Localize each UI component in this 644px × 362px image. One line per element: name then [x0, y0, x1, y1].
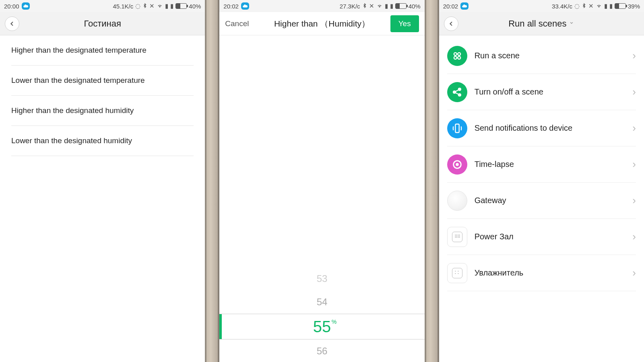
- page-title-dropdown[interactable]: Run all scenes: [439, 19, 644, 29]
- status-time: 20:00: [4, 3, 19, 10]
- picker-selected-value: 55: [313, 318, 331, 335]
- battery-percent: 39%: [628, 3, 640, 10]
- picker-unit: %: [332, 319, 336, 325]
- wifi-icon: [157, 3, 163, 10]
- svg-rect-9: [455, 124, 459, 132]
- status-bar: 20:02 27.3K/c ✕ ▮ ▮ 40%: [219, 0, 424, 12]
- action-run-scene[interactable]: Run a scene ›: [447, 38, 636, 74]
- screen-run-scenes: 20:02 33.4K/c ◌ ✕ ▮ ▮ 39% Run all scen: [439, 0, 644, 362]
- svg-line-8: [455, 93, 458, 95]
- bluetooth-icon: [582, 3, 586, 10]
- humidity-picker[interactable]: 53 54 55% 56 57: [219, 267, 424, 362]
- screen-conditions: 20:00 45.1K/c ◌ ✕ ▮ ▮ 40% Гостиная: [0, 0, 205, 362]
- battery-percent: 40%: [189, 3, 201, 10]
- svg-point-0: [454, 52, 456, 55]
- battery-percent: 40%: [409, 3, 421, 10]
- page-title: Гостиная: [0, 19, 205, 29]
- condition-lower-humidity[interactable]: Lower than the designated humidity: [11, 126, 194, 156]
- header: Cancel Higher than （Humidity） Yes: [219, 12, 424, 35]
- action-gateway[interactable]: Gateway ›: [447, 183, 636, 219]
- picker-option[interactable]: 56: [219, 339, 424, 362]
- bluetooth-icon: [362, 3, 367, 10]
- action-toggle-scene[interactable]: Turn on/off a scene ›: [447, 74, 636, 110]
- timer-icon: [447, 154, 467, 175]
- gap: [205, 0, 219, 362]
- action-label: Gateway: [475, 196, 506, 205]
- vibrate-icon: ✕: [369, 2, 374, 10]
- chevron-right-icon: ›: [632, 122, 636, 134]
- wifi-icon: [596, 3, 602, 10]
- status-rate: 45.1K/c: [113, 3, 133, 10]
- chevron-right-icon: ›: [632, 267, 636, 279]
- status-bar: 20:00 45.1K/c ◌ ✕ ▮ ▮ 40%: [0, 0, 205, 12]
- status-bar: 20:02 33.4K/c ◌ ✕ ▮ ▮ 39%: [439, 0, 644, 12]
- page-title: Run all scenes: [508, 19, 566, 29]
- cloud-icon: [460, 2, 469, 10]
- status-rate: 33.4K/c: [552, 3, 572, 10]
- chevron-right-icon: ›: [632, 158, 636, 171]
- action-label: Turn on/off a scene: [475, 87, 543, 97]
- status-rate: 27.3K/c: [340, 3, 360, 10]
- action-label: Send notifications to device: [475, 123, 573, 133]
- status-time: 20:02: [443, 3, 458, 10]
- vibrate-icon: ✕: [588, 2, 594, 10]
- signal1-icon: ▮: [604, 2, 607, 10]
- sync-icon: ◌: [135, 2, 140, 10]
- action-label: Time-lapse: [475, 160, 514, 169]
- back-button[interactable]: [444, 16, 458, 31]
- action-humidifier[interactable]: ⠅⠅ Увлажнитель ›: [447, 255, 636, 291]
- signal2-icon: ▮: [390, 2, 393, 10]
- condition-lower-temp[interactable]: Lower than the designated temperature: [11, 66, 194, 96]
- wifi-icon: [376, 3, 383, 10]
- chevron-right-icon: ›: [632, 194, 636, 207]
- svg-line-7: [455, 90, 458, 92]
- svg-point-2: [454, 56, 456, 59]
- cloud-icon: [22, 2, 30, 10]
- phone-icon: [447, 118, 467, 138]
- header: Гостиная: [0, 12, 205, 35]
- header: Run all scenes: [439, 12, 644, 35]
- chevron-right-icon: ›: [632, 230, 636, 243]
- chevron-down-icon: [569, 20, 574, 26]
- sync-icon: ◌: [574, 2, 580, 10]
- action-send-notification[interactable]: Send notifications to device ›: [447, 110, 636, 146]
- gateway-icon: [447, 191, 467, 211]
- vibrate-icon: ✕: [149, 2, 155, 10]
- share-icon: [447, 82, 467, 102]
- battery-icon: [175, 3, 187, 9]
- signal2-icon: ▮: [170, 2, 173, 10]
- power-strip-icon: ⠿⠿: [447, 227, 467, 247]
- action-label: Увлажнитель: [475, 268, 524, 278]
- scene-icon: [447, 46, 467, 66]
- signal1-icon: ▮: [385, 2, 388, 10]
- action-label: Run a scene: [475, 51, 520, 60]
- action-label: Power Зал: [475, 232, 514, 241]
- confirm-button[interactable]: Yes: [390, 15, 419, 32]
- picker-selected: 55%: [219, 314, 424, 339]
- svg-point-11: [456, 163, 458, 165]
- svg-point-3: [458, 56, 460, 59]
- action-time-lapse[interactable]: Time-lapse ›: [447, 146, 636, 183]
- screen-humidity-picker: 20:02 27.3K/c ✕ ▮ ▮ 40% Cancel Higher th…: [219, 0, 424, 362]
- socket-icon: ⠅⠅: [447, 263, 467, 283]
- status-time: 20:02: [223, 3, 239, 10]
- action-list: Run a scene › Turn on/off a scene › Send…: [439, 38, 644, 291]
- svg-point-1: [458, 52, 460, 55]
- condition-list: Higher than the designated temperature L…: [0, 35, 205, 156]
- gap: [425, 0, 439, 362]
- condition-higher-humidity[interactable]: Higher than the designated humidity: [11, 96, 194, 126]
- signal2-icon: ▮: [609, 2, 613, 10]
- action-power-zal[interactable]: ⠿⠿ Power Зал ›: [447, 219, 636, 255]
- cloud-icon: [241, 2, 249, 10]
- battery-icon: [615, 3, 626, 9]
- picker-option[interactable]: 54: [219, 290, 424, 314]
- bluetooth-icon: [142, 3, 147, 10]
- picker-option[interactable]: 53: [219, 267, 424, 290]
- chevron-right-icon: ›: [632, 49, 636, 62]
- battery-icon: [395, 3, 407, 9]
- back-button[interactable]: [5, 16, 19, 31]
- signal1-icon: ▮: [165, 2, 168, 10]
- cancel-button[interactable]: Cancel: [225, 19, 249, 28]
- condition-higher-temp[interactable]: Higher than the designated temperature: [11, 35, 194, 66]
- chevron-right-icon: ›: [632, 86, 636, 98]
